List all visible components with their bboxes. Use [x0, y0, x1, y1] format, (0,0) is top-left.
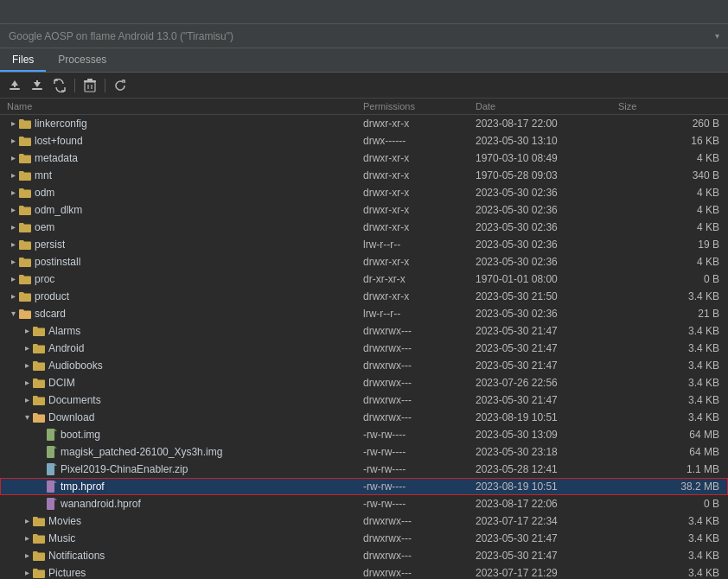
- cell-date: 2023-08-19 10:51: [476, 411, 618, 423]
- expand-icon[interactable]: ▸: [7, 239, 19, 251]
- tab-files[interactable]: Files: [0, 48, 46, 72]
- list-item[interactable]: ▾Downloaddrwxrwx---2023-08-19 10:513.4 K…: [0, 409, 728, 426]
- cell-size: 3.4 KB: [618, 325, 728, 337]
- cell-name: ▸Notifications: [0, 550, 363, 562]
- expand-icon[interactable]: ▸: [21, 532, 33, 544]
- list-item[interactable]: ▸linkerconfigdrwxr-xr-x2023-08-17 22:002…: [0, 115, 728, 132]
- list-item[interactable]: ▸odmdrwxr-xr-x2023-05-30 02:364 KB: [0, 184, 728, 201]
- expand-icon[interactable]: ▸: [7, 152, 19, 164]
- file-name: mnt: [35, 169, 52, 181]
- expand-icon[interactable]: ▸: [21, 394, 33, 406]
- svg-rect-7: [84, 80, 96, 82]
- cell-permissions: drwxr-xr-x: [363, 290, 476, 302]
- expand-icon[interactable]: ▸: [7, 187, 19, 199]
- cell-date: 2023-08-17 22:06: [476, 498, 618, 510]
- list-item[interactable]: boot.img-rw-rw----2023-05-30 13:0964 MB: [0, 426, 728, 443]
- cell-permissions: -rw-rw----: [363, 429, 476, 441]
- list-item[interactable]: ▸Picturesdrwxrwx---2023-07-17 21:293.4 K…: [0, 564, 728, 579]
- svg-rect-15: [47, 480, 54, 493]
- list-item[interactable]: ▸lost+founddrwx------2023-05-30 13:1016 …: [0, 132, 728, 150]
- cell-permissions: drwxrwx---: [363, 567, 476, 579]
- cell-size: 64 MB: [618, 446, 728, 458]
- cell-permissions: drwxrwx---: [363, 377, 476, 389]
- svg-marker-10: [54, 429, 57, 431]
- list-item[interactable]: ▸postinstalldrwxr-xr-x2023-05-30 02:364 …: [0, 253, 728, 270]
- expand-icon[interactable]: ▾: [21, 411, 33, 423]
- cell-size: 0 B: [618, 498, 728, 510]
- sync-icon[interactable]: [50, 76, 69, 95]
- file-name: Movies: [48, 515, 81, 527]
- expand-icon[interactable]: ▸: [7, 290, 19, 302]
- file-name: metadata: [35, 152, 78, 164]
- list-item[interactable]: tmp.hprof-rw-rw----2023-08-19 10:5138.2 …: [0, 478, 728, 495]
- list-item[interactable]: ▸Alarmsdrwxrwx---2023-05-30 21:473.4 KB: [0, 322, 728, 340]
- list-item[interactable]: ▸odm_dlkmdrwxr-xr-x2023-05-30 02:364 KB: [0, 201, 728, 219]
- expand-icon[interactable]: ▸: [7, 169, 19, 181]
- cell-size: 38.2 MB: [618, 480, 728, 493]
- list-item[interactable]: wanandroid.hprof-rw-rw----2023-08-17 22:…: [0, 495, 728, 512]
- list-item[interactable]: ▸oemdrwxr-xr-x2023-05-30 02:364 KB: [0, 219, 728, 236]
- expand-icon[interactable]: ▸: [7, 256, 19, 268]
- list-item[interactable]: ▸persistlrw-r--r--2023-05-30 02:3619 B: [0, 236, 728, 253]
- cell-date: 2023-05-30 02:36: [476, 239, 618, 251]
- cell-permissions: drwx------: [363, 135, 476, 147]
- list-item[interactable]: ▸Audiobooksdrwxrwx---2023-05-30 21:473.4…: [0, 357, 728, 374]
- expand-icon[interactable]: ▸: [21, 377, 33, 389]
- expand-icon[interactable]: ▸: [21, 359, 33, 372]
- expand-icon[interactable]: ▸: [7, 118, 19, 130]
- expand-icon[interactable]: ▸: [21, 567, 33, 579]
- cell-size: 4 KB: [618, 204, 728, 216]
- svg-marker-14: [54, 463, 57, 466]
- list-item[interactable]: ▸Moviesdrwxrwx---2023-07-17 22:343.4 KB: [0, 512, 728, 530]
- expand-icon[interactable]: ▸: [21, 325, 33, 337]
- download-icon[interactable]: [28, 76, 47, 95]
- cell-date: 2023-05-30 02:36: [476, 308, 618, 320]
- chevron-down-icon: ▾: [715, 31, 719, 41]
- expand-icon[interactable]: ▸: [21, 342, 33, 354]
- list-item[interactable]: magisk_patched-26100_Xys3h.img-rw-rw----…: [0, 443, 728, 461]
- delete-icon[interactable]: [80, 76, 99, 95]
- cell-name: wanandroid.hprof: [0, 498, 363, 510]
- cell-name: ▸Documents: [0, 394, 363, 406]
- cell-name: ▸lost+found: [0, 135, 363, 147]
- cell-name: ▸Pictures: [0, 567, 363, 579]
- list-item[interactable]: ▸metadatadrwxr-xr-x1970-03-10 08:494 KB: [0, 150, 728, 167]
- list-item[interactable]: Pixel2019-ChinaEnabler.zip-rw-rw----2023…: [0, 461, 728, 478]
- expand-icon[interactable]: ▸: [7, 273, 19, 285]
- cell-name: ▾Download: [0, 411, 363, 423]
- cell-date: 2023-05-30 21:47: [476, 532, 618, 544]
- device-selector[interactable]: Google AOSP on flame Android 13.0 ("Tira…: [0, 24, 728, 48]
- cell-size: 260 B: [618, 118, 728, 130]
- list-item[interactable]: ▾sdcardlrw-r--r--2023-05-30 02:3621 B: [0, 305, 728, 322]
- list-item[interactable]: ▸Musicdrwxrwx---2023-05-30 21:473.4 KB: [0, 530, 728, 547]
- cell-name: Pixel2019-ChinaEnabler.zip: [0, 463, 363, 475]
- list-item[interactable]: ▸procdr-xr-xr-x1970-01-01 08:000 B: [0, 270, 728, 288]
- cell-size: 1.1 MB: [618, 463, 728, 475]
- expand-icon[interactable]: ▸: [7, 221, 19, 233]
- list-item[interactable]: ▸Notificationsdrwxrwx---2023-05-30 21:47…: [0, 547, 728, 564]
- list-item[interactable]: ▸Documentsdrwxrwx---2023-05-30 21:473.4 …: [0, 391, 728, 409]
- cell-name: ▸DCIM: [0, 377, 363, 389]
- cell-name: ▸metadata: [0, 152, 363, 164]
- cell-permissions: -rw-rw----: [363, 498, 476, 510]
- cell-name: ▸Audiobooks: [0, 359, 363, 372]
- expand-icon[interactable]: ▾: [7, 308, 19, 320]
- list-item[interactable]: ▸Androiddrwxrwx---2023-05-30 21:473.4 KB: [0, 340, 728, 357]
- expand-icon[interactable]: ▸: [7, 135, 19, 147]
- tab-processes[interactable]: Processes: [46, 48, 118, 72]
- cell-name: ▸proc: [0, 273, 363, 285]
- cell-size: 19 B: [618, 239, 728, 251]
- list-item[interactable]: ▸mntdrwxr-xr-x1970-05-28 09:03340 B: [0, 167, 728, 184]
- list-item[interactable]: ▸productdrwxr-xr-x2023-05-30 21:503.4 KB: [0, 288, 728, 305]
- expand-icon[interactable]: ▸: [21, 515, 33, 527]
- expand-icon[interactable]: ▸: [21, 550, 33, 562]
- file-list: Name Permissions Date Size ▸linkerconfig…: [0, 99, 728, 579]
- expand-icon[interactable]: ▸: [7, 204, 19, 216]
- toolbar: [0, 73, 728, 99]
- list-item[interactable]: ▸DCIMdrwxrwx---2023-07-26 22:563.4 KB: [0, 374, 728, 391]
- cell-permissions: drwxrwx---: [363, 359, 476, 372]
- file-rows-container: ▸linkerconfigdrwxr-xr-x2023-08-17 22:002…: [0, 115, 728, 579]
- svg-rect-11: [47, 446, 54, 458]
- upload-icon[interactable]: [5, 76, 24, 95]
- refresh-icon[interactable]: [111, 76, 130, 95]
